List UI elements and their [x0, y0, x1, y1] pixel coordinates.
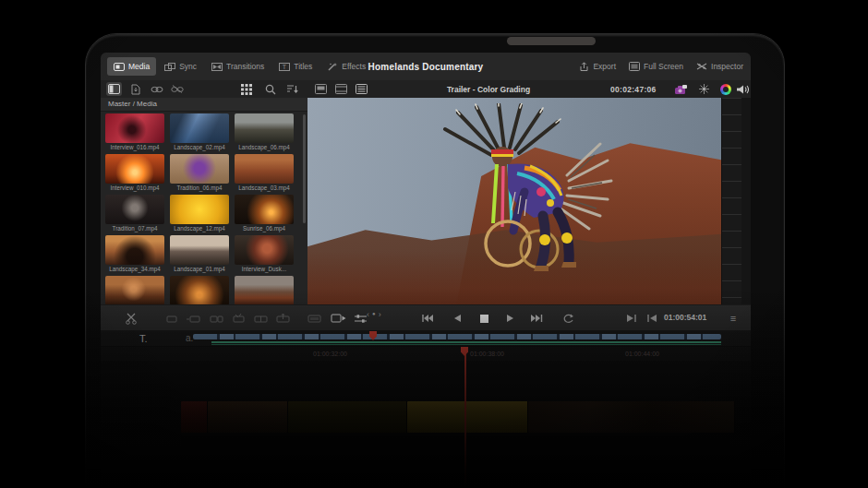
media-thumbnail	[105, 154, 164, 184]
media-filename: Landscape_01.mp4	[170, 265, 229, 273]
media-thumbnail	[105, 113, 164, 143]
edit-mode-icon[interactable]	[186, 311, 202, 326]
marker-dot-icon[interactable]: ●	[372, 311, 379, 316]
timeline-ruler[interactable]: 01:00:32:00 01:00:38:00 01:00:44:00	[101, 346, 751, 362]
timeline-tracks[interactable]	[101, 361, 751, 488]
top-toolbar: Media Sync Transitions T Titles	[101, 53, 751, 81]
filmstrip-view-icon[interactable]	[333, 82, 349, 96]
append-clip-icon[interactable]	[330, 311, 346, 326]
relink-icon[interactable]	[149, 82, 164, 96]
play-around-in-icon[interactable]	[623, 311, 640, 326]
timeline-minimap[interactable]	[193, 334, 721, 339]
media-filename: Interview_010.mp4	[105, 184, 164, 192]
fullscreen-button[interactable]: Full Screen	[629, 62, 683, 71]
transport-menu-icon[interactable]: ≡	[725, 311, 741, 326]
list-view-icon[interactable]	[354, 82, 369, 96]
speaker-icon[interactable]	[734, 82, 750, 96]
media-item[interactable]: Landscape_12.mp4	[170, 195, 229, 232]
media-item[interactable]: Interview_Dusk...	[235, 235, 294, 273]
timeline-clip[interactable]	[407, 401, 528, 433]
page-tabs: Media Sync Transitions T Titles	[101, 57, 372, 76]
media-item[interactable]: Landscape_02.mp4	[170, 113, 229, 151]
media-item[interactable]: Sunrise_06.mp4	[235, 195, 294, 232]
fullscreen-label: Full Screen	[644, 62, 683, 71]
app-screen: Media Sync Transitions T Titles	[101, 53, 751, 488]
media-item[interactable]: Landscape_03.mp4	[235, 154, 294, 192]
media-item[interactable]: Tradition_07.mp4	[105, 195, 164, 232]
tab-effects[interactable]: Effects	[320, 57, 372, 76]
media-thumbnail	[235, 195, 294, 224]
timeline-selector-label: Trailer - Color Grading	[447, 85, 530, 94]
camera-icon[interactable]	[673, 82, 689, 96]
edit-mode-icon[interactable]	[230, 311, 247, 326]
media-item[interactable]: Interview_010.mp4	[105, 154, 164, 192]
loop-button[interactable]	[560, 311, 576, 326]
unlink-icon[interactable]	[169, 82, 185, 96]
video-track[interactable]	[181, 401, 735, 433]
timeline-clip[interactable]	[208, 401, 288, 433]
edit-mode-icon[interactable]	[252, 311, 269, 326]
audio-track[interactable]	[181, 436, 730, 447]
thumbnail-view-icon[interactable]	[313, 82, 329, 96]
edit-mode-icon[interactable]	[163, 311, 180, 326]
media-item[interactable]: Landscape_34.mp4	[105, 235, 164, 273]
grid-view-icon[interactable]	[238, 82, 254, 96]
marker-next[interactable]: ›	[379, 310, 384, 319]
timeline-timecode: 01:00:54:01	[664, 313, 706, 322]
tab-transitions[interactable]: Transitions	[205, 57, 271, 76]
inspector-button[interactable]: Inspector	[696, 62, 743, 71]
media-item[interactable]: Interview_016.mp4	[105, 113, 164, 151]
tab-transitions-label: Transitions	[226, 62, 264, 71]
sync-tab-icon	[164, 63, 175, 71]
ruler-label: 01:00:38:00	[470, 351, 504, 357]
tab-media[interactable]: Media	[107, 57, 156, 76]
media-tab-icon	[114, 63, 125, 71]
audio-overview-line	[211, 341, 721, 343]
sort-icon[interactable]	[284, 82, 300, 96]
tab-effects-label: Effects	[342, 62, 366, 71]
play-around-out-icon[interactable]	[644, 311, 660, 326]
timeline-clip[interactable]	[288, 401, 407, 433]
panel-toggle-icon[interactable]	[106, 82, 122, 96]
edit-mode-icon[interactable]	[274, 311, 291, 326]
sparkle-icon[interactable]	[696, 82, 712, 96]
edit-mode-icon[interactable]	[208, 311, 224, 326]
video-viewer[interactable]	[307, 98, 721, 304]
source-timecode: 00:02:47:06	[610, 85, 657, 94]
media-thumbnail	[235, 154, 294, 184]
marker-stepper[interactable]: ‹●›	[367, 310, 384, 319]
effects-tab-icon	[327, 62, 338, 71]
play-reverse-button[interactable]	[449, 311, 465, 326]
media-item[interactable]: Landscape_01.mp4	[170, 235, 229, 273]
go-to-start-button[interactable]	[419, 311, 436, 326]
tab-titles[interactable]: T Titles	[272, 57, 319, 76]
edit-mode-icon[interactable]	[306, 311, 322, 326]
jog-strip[interactable]	[721, 98, 742, 304]
media-toolbar: Trailer - Color Grading 00:02:47:06	[101, 80, 751, 99]
media-filename: Landscape_12.mp4	[170, 224, 229, 232]
media-scrollbar[interactable]	[303, 114, 306, 223]
media-filename: Landscape_02.mp4	[170, 143, 229, 151]
stage: Media Sync Transitions T Titles	[0, 0, 868, 488]
razor-icon[interactable]	[123, 311, 139, 326]
media-item[interactable]: Tradition_06.mp4	[170, 154, 229, 192]
import-media-icon[interactable]	[127, 82, 143, 96]
timeline-clip[interactable]	[181, 401, 208, 433]
tablet-device: Media Sync Transitions T Titles	[85, 33, 785, 488]
timeline-clip[interactable]	[528, 401, 735, 433]
select-tool[interactable]: T.	[139, 333, 148, 344]
search-icon[interactable]	[262, 82, 278, 96]
breadcrumb: Master / Media	[101, 98, 307, 112]
media-filename: Interview_016.mp4	[105, 143, 164, 151]
play-button[interactable]	[502, 311, 519, 326]
export-button[interactable]: Export	[579, 62, 616, 72]
media-grid: Interview_016.mp4 Landscape_02.mp4 Lands…	[105, 113, 301, 314]
tab-sync[interactable]: Sync	[158, 57, 203, 76]
media-thumbnail	[105, 276, 164, 305]
timeline-selector[interactable]: Trailer - Color Grading	[405, 85, 572, 94]
color-wheel-icon[interactable]	[717, 82, 733, 96]
content-row: Master / Media Interview_016.mp4 Landsca…	[101, 98, 751, 304]
media-item[interactable]: Landscape_06.mp4	[235, 113, 294, 151]
go-to-end-button[interactable]	[528, 311, 545, 326]
stop-button[interactable]	[476, 311, 492, 326]
